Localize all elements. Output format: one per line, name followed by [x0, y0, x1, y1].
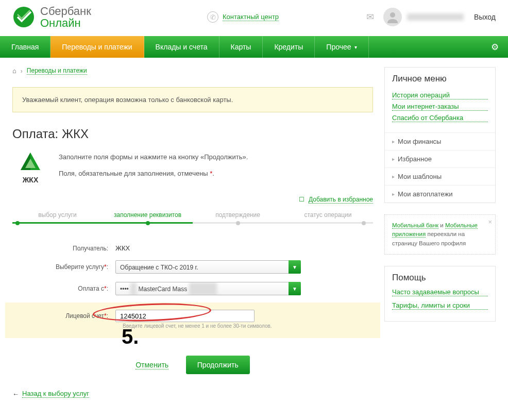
recipient-label: Получатель: [12, 245, 115, 252]
nav-credits[interactable]: Кредиты [263, 36, 315, 58]
step-4: статус операции [283, 211, 373, 226]
side-link-spasibo[interactable]: Спасибо от Сбербанка [392, 114, 488, 122]
mail-icon[interactable]: ✉ [366, 11, 374, 23]
side-nav-autopay[interactable]: Мои автоплатежи [385, 185, 495, 203]
side-link-orders[interactable]: Мои интернет-заказы [392, 103, 488, 111]
account-label: Лицевой счет [65, 312, 104, 320]
service-label: Выберите услугу [56, 263, 104, 271]
nav-main[interactable]: Главная [0, 36, 50, 58]
recipient-value: ЖКХ [115, 244, 373, 252]
side-nav-finances[interactable]: Мои финансы [385, 132, 495, 150]
card-select[interactable]: •••• xx MasterCard Mass xxxxxxxxx ▼ [115, 282, 301, 295]
intro-text: Заполните поля формы и нажмите на кнопку… [59, 152, 248, 184]
continue-button[interactable]: Продолжить [186, 356, 250, 374]
side-nav-templates[interactable]: Мои шаблоны [385, 167, 495, 185]
page-title: Оплата: ЖКХ [12, 127, 373, 141]
help-title: Помощь [392, 273, 488, 283]
chevron-down-icon: ▼ [289, 282, 301, 295]
breadcrumb-link[interactable]: Переводы и платежи [27, 67, 87, 75]
chevron-down-icon: ▼ [289, 260, 301, 274]
back-link[interactable]: Назад к выбору услуг [22, 390, 89, 398]
nav-deposits[interactable]: Вклады и счета [144, 36, 219, 58]
breadcrumb: ⌂ › Переводы и платежи [12, 67, 373, 75]
phone-icon: ✆ [207, 11, 218, 23]
info-box: × Мобильный банк и Мобильные приложения … [384, 214, 496, 255]
step-2: заполнение реквизитов [103, 211, 193, 226]
provider-code: ЖКХ [12, 176, 48, 184]
cancel-button[interactable]: Отменить [136, 361, 168, 369]
bookmark-icon: ☐ [299, 196, 304, 203]
step-1: выбор услуги [12, 211, 103, 226]
help-link-faq[interactable]: Часто задаваемые вопросы [392, 288, 488, 296]
add-favorite-link[interactable]: Добавить в избранное [309, 196, 373, 204]
info-link-mobile-bank[interactable]: Мобильный банк [392, 222, 438, 229]
logout-link[interactable]: Выход [474, 13, 496, 21]
back-arrow-icon: ← [12, 390, 19, 398]
payfrom-label: Оплата с [78, 285, 104, 292]
logo[interactable]: Сбербанк Онлайн [12, 5, 91, 29]
side-link-history[interactable]: История операций [392, 91, 488, 99]
home-icon[interactable]: ⌂ [12, 67, 16, 75]
side-nav-favorites[interactable]: Избранное [385, 150, 495, 167]
account-input[interactable] [115, 310, 255, 322]
step-number-annotation: 5. [122, 325, 139, 348]
nav-cards[interactable]: Карты [219, 36, 263, 58]
step-3: подтверждение [193, 211, 283, 226]
user-name [407, 13, 464, 21]
logo-text-bottom: Онлайн [40, 17, 91, 29]
close-icon[interactable]: × [488, 217, 492, 227]
account-hint: Введите лицевой счет, не менее 1 и не бо… [115, 323, 380, 329]
nav-other[interactable]: Прочее [315, 36, 368, 58]
personal-menu-title: Личное меню [385, 68, 495, 88]
avatar[interactable] [383, 8, 402, 26]
svg-point-1 [390, 12, 395, 18]
contact-center-link[interactable]: Контактный центр [223, 13, 279, 21]
help-link-tariffs[interactable]: Тарифы, лимиты и сроки [392, 301, 488, 310]
logo-text-top: Сбербанк [40, 5, 91, 17]
service-select[interactable]: Обращение с ТКО-с 2019 г. ▼ [115, 260, 301, 274]
nav-transfers[interactable]: Переводы и платежи [50, 36, 144, 58]
notice-banner: Уважаемый клиент, операция возможна толь… [12, 87, 373, 112]
gear-icon[interactable]: ⚙ [482, 36, 508, 58]
